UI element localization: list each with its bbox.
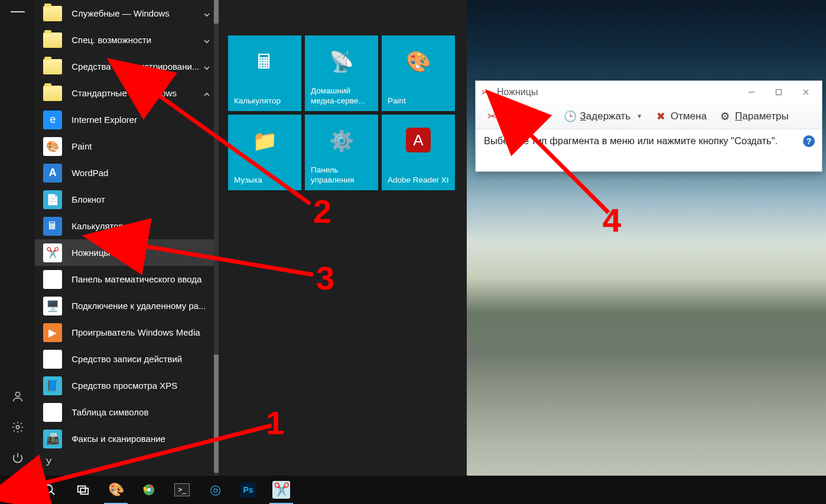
chevron-down-icon bbox=[203, 63, 210, 70]
chevron-up-icon bbox=[203, 90, 210, 97]
titlebar[interactable]: ✂ Ножницы bbox=[476, 81, 822, 103]
svg-point-0 bbox=[15, 392, 19, 396]
tile-label: Панель управления bbox=[311, 165, 372, 186]
folder-spec[interactable]: Спец. возможности bbox=[35, 27, 219, 53]
annotation-4: 4 bbox=[603, 201, 621, 239]
tile-control-panel[interactable]: ⚙️ Панель управления bbox=[305, 115, 378, 190]
button-label: Отмена bbox=[671, 110, 707, 122]
clock-icon: 🕒 bbox=[564, 110, 577, 123]
charmap-icon: Ω bbox=[43, 403, 62, 422]
tile-media-server[interactable]: 📡 Домашний медиа-серве... bbox=[305, 35, 378, 111]
app-label: Факсы и сканирование bbox=[71, 434, 165, 444]
app-calc[interactable]: 🖩 Калькулятор bbox=[35, 213, 219, 239]
paint-icon: 🎨 bbox=[405, 48, 431, 74]
close-button[interactable] bbox=[792, 83, 820, 102]
taskbar-photoshop[interactable]: Ps bbox=[232, 476, 265, 504]
app-label: Paint bbox=[71, 141, 92, 151]
svg-rect-5 bbox=[11, 490, 16, 495]
svg-rect-2 bbox=[776, 90, 782, 95]
alpha-header[interactable]: У bbox=[35, 452, 219, 473]
tile-label: Домашний медиа-серве... bbox=[311, 86, 372, 106]
svg-rect-4 bbox=[17, 485, 22, 489]
tile-label: Adobe Reader XI bbox=[388, 175, 449, 186]
app-label: Таблица символов bbox=[71, 407, 148, 417]
taskview-button[interactable] bbox=[66, 476, 99, 504]
tile-music[interactable]: 📁 Музыка bbox=[228, 115, 301, 190]
dropdown-icon[interactable]: ▼ bbox=[546, 113, 552, 119]
paint-icon: 🎨 bbox=[43, 137, 62, 156]
chevron-down-icon bbox=[203, 10, 210, 17]
folder-icon bbox=[43, 86, 62, 101]
adobe-icon: A bbox=[406, 128, 431, 152]
app-wmp[interactable]: ▶ Проигрыватель Windows Media bbox=[35, 319, 219, 346]
taskbar-teamviewer[interactable]: ◎ bbox=[199, 476, 232, 504]
app-list-scrollbar[interactable] bbox=[214, 0, 219, 476]
app-notepad[interactable]: 📄 Блокнот bbox=[35, 186, 219, 213]
folder-standard[interactable]: Стандартные — Windows bbox=[35, 80, 219, 106]
photoshop-icon: Ps bbox=[240, 482, 256, 498]
start-rail bbox=[0, 0, 35, 476]
xps-icon: 📘 bbox=[43, 376, 62, 395]
folder-icon bbox=[43, 32, 62, 48]
app-fax-scan[interactable]: 📠 Факсы и сканирование bbox=[35, 425, 219, 452]
start-button[interactable] bbox=[0, 476, 33, 504]
gear-icon: ⚙ bbox=[718, 110, 731, 123]
dropdown-icon[interactable]: ▼ bbox=[636, 113, 642, 119]
tile-adobe-reader[interactable]: A Adobe Reader XI bbox=[382, 115, 455, 190]
svg-rect-6 bbox=[17, 490, 22, 495]
svg-rect-9 bbox=[80, 488, 88, 494]
options-button[interactable]: ⚙ Параметры bbox=[714, 108, 794, 125]
tile-label: Музыка bbox=[234, 175, 295, 186]
app-label: Средство записи действий bbox=[71, 354, 182, 364]
app-ie[interactable]: e Internet Explorer bbox=[35, 106, 219, 133]
minimize-button[interactable] bbox=[738, 83, 765, 102]
taskbar-cmd[interactable]: >_ bbox=[165, 476, 199, 504]
hamburger-icon[interactable] bbox=[11, 5, 25, 19]
user-icon[interactable] bbox=[11, 389, 25, 404]
cancel-button[interactable]: ✖ Отмена bbox=[649, 108, 711, 125]
taskbar-paint[interactable]: 🎨 bbox=[99, 476, 132, 504]
ie-icon: e bbox=[43, 110, 62, 129]
maximize-button[interactable] bbox=[765, 83, 792, 102]
folder-icon bbox=[43, 59, 62, 74]
app-rdp[interactable]: 🖥️ Подключение к удаленному ра... bbox=[35, 292, 219, 319]
paint-icon: 🎨 bbox=[108, 482, 124, 498]
app-wordpad[interactable]: A WordPad bbox=[35, 160, 219, 186]
scissors-icon: ✂ bbox=[482, 87, 492, 97]
folder-label: Спец. возможности bbox=[71, 35, 151, 45]
app-list: Служебные — Windows Спец. возможности Ср… bbox=[35, 0, 219, 476]
calc-icon: 🖩 bbox=[43, 217, 62, 236]
delay-button[interactable]: 🕒 Задержать ▼ bbox=[559, 108, 648, 125]
app-math-input[interactable]: ∑ Панель математического ввода bbox=[35, 266, 219, 292]
help-icon[interactable]: ? bbox=[803, 135, 815, 147]
tile-area: 🖩 Калькулятор 📡 Домашний медиа-серве... … bbox=[219, 0, 467, 476]
settings-icon[interactable] bbox=[11, 420, 25, 434]
app-paint[interactable]: 🎨 Paint bbox=[35, 133, 219, 160]
tile-paint[interactable]: 🎨 Paint bbox=[382, 35, 455, 111]
folder-sluzhebnye[interactable]: Служебные — Windows bbox=[35, 0, 219, 27]
taskbar-snipping[interactable]: ✂️ bbox=[265, 476, 298, 504]
taskbar-chrome[interactable] bbox=[132, 476, 165, 504]
folder-label: Средства администрировани... bbox=[71, 61, 199, 71]
svg-point-1 bbox=[16, 425, 19, 429]
window-title: Ножницы bbox=[497, 87, 538, 97]
app-steps-recorder[interactable]: ⏺ Средство записи действий bbox=[35, 346, 219, 372]
chrome-icon bbox=[141, 482, 157, 498]
toolbar: ✂ Создать ▼ 🕒 Задержать ▼ ✖ Отмена ⚙ Пар… bbox=[476, 103, 822, 129]
calc-icon: 🖩 bbox=[252, 48, 278, 74]
app-xps-viewer[interactable]: 📘 Средство просмотра XPS bbox=[35, 372, 219, 399]
tile-calc[interactable]: 🖩 Калькулятор bbox=[228, 35, 301, 111]
scissors-icon: ✂ bbox=[485, 110, 498, 123]
svg-rect-3 bbox=[11, 485, 16, 489]
app-snipping-tool[interactable]: ✂️ Ножницы bbox=[35, 239, 219, 266]
app-label: Ножницы bbox=[71, 248, 110, 258]
app-label: Калькулятор bbox=[71, 221, 123, 231]
control-panel-icon: ⚙️ bbox=[329, 128, 355, 154]
search-button[interactable] bbox=[33, 476, 66, 504]
new-snip-button[interactable]: ✂ Создать ▼ bbox=[480, 108, 557, 125]
app-charmap[interactable]: Ω Таблица символов bbox=[35, 399, 219, 425]
app-label: Проигрыватель Windows Media bbox=[71, 327, 200, 337]
folder-admin[interactable]: Средства администрировани... bbox=[35, 53, 219, 80]
power-icon[interactable] bbox=[11, 451, 25, 465]
app-label: Блокнот bbox=[71, 194, 105, 204]
